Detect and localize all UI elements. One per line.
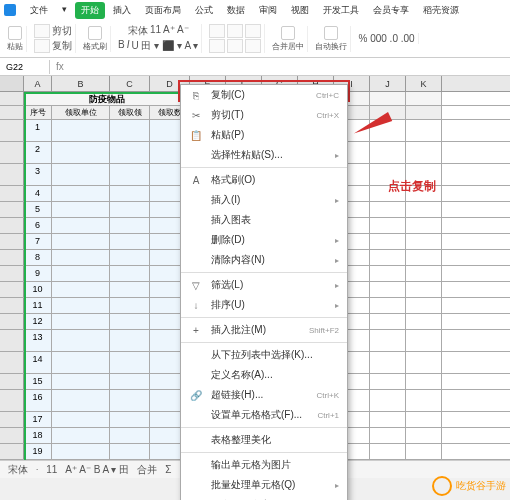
seq-cell[interactable]: 5 [24,202,52,217]
menu-file[interactable]: 文件 [24,2,54,19]
format-group[interactable]: 格式刷 [80,26,111,52]
font-select[interactable]: 宋体 [128,24,148,38]
menu-item[interactable]: ▽筛选(L)▸ [181,275,347,295]
merge-btn[interactable]: 合并 [137,463,157,477]
row-header[interactable] [0,164,24,185]
row-header[interactable] [0,282,24,297]
menu-insert[interactable]: 插入 [107,2,137,19]
menu-item[interactable]: 插入图表 [181,210,347,230]
seq-cell[interactable]: 12 [24,314,52,329]
hdr-seq[interactable]: 序号 [24,106,52,119]
row-header[interactable] [0,234,24,249]
size-select[interactable]: 11 [150,24,161,38]
align-bot[interactable] [245,24,261,38]
menu-layout[interactable]: 页面布局 [139,2,187,19]
col-header[interactable]: B [52,76,110,91]
cut-button[interactable] [34,24,50,38]
menu-caret[interactable]: ▾ [56,2,73,19]
seq-cell[interactable]: 7 [24,234,52,249]
seq-cell[interactable]: 3 [24,164,52,185]
align-right[interactable] [245,39,261,53]
seq-cell[interactable]: 14 [24,352,52,373]
seq-cell[interactable]: 6 [24,218,52,233]
menu-vip[interactable]: 会员专享 [367,2,415,19]
row-header[interactable] [0,444,24,459]
menu-review[interactable]: 审阅 [253,2,283,19]
menu-item[interactable]: ✂剪切(T)Ctrl+X [181,105,347,125]
row-header[interactable] [0,218,24,233]
menu-item[interactable]: ↓排序(U)▸ [181,295,347,315]
hdr-unit[interactable]: 领取单位 [52,106,110,119]
seq-cell[interactable]: 17 [24,412,52,427]
menu-dev[interactable]: 开发工具 [317,2,365,19]
seq-cell[interactable]: 1 [24,120,52,141]
row-header[interactable] [0,352,24,373]
col-header[interactable]: A [24,76,52,91]
align-left[interactable] [209,39,225,53]
menu-item[interactable]: 输出单元格为图片 [181,455,347,475]
seq-cell[interactable]: 8 [24,250,52,265]
seq-cell[interactable]: 15 [24,374,52,389]
row-header[interactable] [0,92,24,105]
seq-cell[interactable]: 10 [24,282,52,297]
seq-cell[interactable]: 2 [24,142,52,163]
menu-data[interactable]: 数据 [221,2,251,19]
row-header[interactable] [0,390,24,411]
menu-item[interactable]: ⎘复制(C)Ctrl+C [181,85,347,105]
row-header[interactable] [0,428,24,443]
row-header[interactable] [0,106,24,119]
menu-item[interactable]: 设置单元格格式(F)...Ctrl+1 [181,405,347,425]
paste-group[interactable]: 粘贴 [4,26,27,52]
row-header[interactable] [0,314,24,329]
menu-item[interactable]: 📋粘贴(P) [181,125,347,145]
menu-item[interactable]: 清除内容(N)▸ [181,250,347,270]
seq-cell[interactable]: 11 [24,298,52,313]
row-header[interactable] [0,412,24,427]
wrap-group[interactable]: 自动换行 [312,26,351,52]
col-header[interactable]: J [370,76,406,91]
menu-item[interactable]: 更多会员专享▸ [181,495,347,500]
menu-item[interactable]: 删除(D)▸ [181,230,347,250]
hdr-c[interactable]: 领取领 [110,106,150,119]
menu-start[interactable]: 开始 [75,2,105,19]
menu-formula[interactable]: 公式 [189,2,219,19]
sum-btn[interactable]: Σ [165,464,171,475]
menu-item[interactable]: A格式刷(O) [181,170,347,190]
copy-button[interactable] [34,39,50,53]
name-box[interactable]: G22 [0,60,50,74]
menu-item[interactable]: 从下拉列表中选择(K)... [181,345,347,365]
merge-group[interactable]: 合并居中 [269,26,308,52]
row-header[interactable] [0,298,24,313]
row-header[interactable] [0,202,24,217]
menu-item[interactable]: 🔗超链接(H)...Ctrl+K [181,385,347,405]
menu-item[interactable]: 表格整理美化 [181,430,347,450]
table-title[interactable]: 防疫物品 [24,92,190,105]
menu-res[interactable]: 稻壳资源 [417,2,465,19]
align-center[interactable] [227,39,243,53]
row-header[interactable] [0,374,24,389]
row-header[interactable] [0,142,24,163]
menu-item[interactable]: 插入(I)▸ [181,190,347,210]
row-header[interactable] [0,330,24,351]
seq-cell[interactable]: 9 [24,266,52,281]
seq-cell[interactable]: 19 [24,444,52,459]
seq-cell[interactable]: 16 [24,390,52,411]
seq-cell[interactable]: 13 [24,330,52,351]
col-header[interactable]: K [406,76,442,91]
menu-item[interactable]: 定义名称(A)... [181,365,347,385]
align-top[interactable] [209,24,225,38]
menu-item[interactable]: 批量处理单元格(Q)▸ [181,475,347,495]
menu-item[interactable]: 选择性粘贴(S)...▸ [181,145,347,165]
seq-cell[interactable]: 18 [24,428,52,443]
fx-icon[interactable]: fx [50,59,70,74]
col-header[interactable]: C [110,76,150,91]
row-header[interactable] [0,266,24,281]
select-all-corner[interactable] [0,76,24,91]
menu-item[interactable]: +插入批注(M)Shift+F2 [181,320,347,340]
align-mid[interactable] [227,24,243,38]
row-header[interactable] [0,120,24,141]
row-header[interactable] [0,186,24,201]
menu-view[interactable]: 视图 [285,2,315,19]
row-header[interactable] [0,250,24,265]
seq-cell[interactable]: 4 [24,186,52,201]
